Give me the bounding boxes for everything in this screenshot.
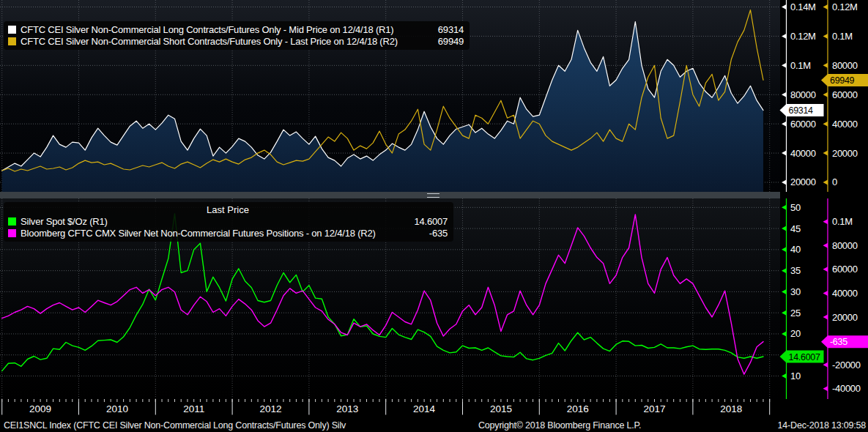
svg-text:0.14M: 0.14M xyxy=(790,1,816,12)
bottom-r1-value-badge: 14.6007 xyxy=(780,351,824,363)
svg-text:0.1M: 0.1M xyxy=(832,216,853,227)
svg-text:0.12M: 0.12M xyxy=(790,31,816,42)
svg-text:60000: 60000 xyxy=(790,119,816,130)
year-label: 2012 xyxy=(259,403,281,414)
legend-row-short-contracts[interactable]: CFTC CEI Silver Non-Commercial Short Con… xyxy=(8,35,464,47)
splitter-handle-icon[interactable] xyxy=(427,193,439,198)
year-label: 2016 xyxy=(567,403,589,414)
legend-header: Last Price xyxy=(8,204,448,215)
footer-timestamp: 14-Dec-2018 13:09:58 xyxy=(778,420,866,431)
svg-text:40000: 40000 xyxy=(832,119,858,130)
svg-text:80000: 80000 xyxy=(832,60,858,71)
svg-text:40000: 40000 xyxy=(790,148,816,159)
green-series-swatch-icon xyxy=(8,217,16,226)
legend-label: Silver Spot $/Oz (R1) xyxy=(21,216,402,227)
bloomberg-chart-window: 0.14M0.12M0.1M80000600004000020000693140… xyxy=(0,0,868,432)
bottom-legend: Last Price Silver Spot $/Oz (R1) 14.6007… xyxy=(4,202,453,242)
year-label: 2011 xyxy=(183,403,204,414)
svg-text:60000: 60000 xyxy=(832,89,858,100)
magenta-series-swatch-icon xyxy=(8,229,16,237)
svg-text:0: 0 xyxy=(832,176,837,187)
svg-text:30: 30 xyxy=(790,286,801,297)
top-r2-value-badge: 69949 xyxy=(821,74,868,86)
bottom-axis-r1: 5045403530252010 xyxy=(782,198,801,399)
svg-text:69949: 69949 xyxy=(830,75,855,86)
legend-value: 69949 xyxy=(418,36,464,47)
svg-text:0.12M: 0.12M xyxy=(832,1,858,12)
year-label: 2015 xyxy=(490,403,512,414)
year-label: 2013 xyxy=(336,403,358,414)
year-label: 2010 xyxy=(106,403,128,414)
svg-text:10: 10 xyxy=(790,370,801,381)
yellow-series-swatch-icon xyxy=(8,37,16,45)
legend-label: CFTC CEI Silver Non-Commercial Long Cont… xyxy=(21,24,418,35)
year-label: 2009 xyxy=(29,403,51,414)
legend-row-net-positions[interactable]: Bloomberg CFTC CMX Silver Net Non-Commer… xyxy=(8,227,448,239)
svg-text:40000: 40000 xyxy=(832,288,858,299)
svg-text:-635: -635 xyxy=(830,337,847,347)
legend-row-silver-spot[interactable]: Silver Spot $/Oz (R1) 14.6007 xyxy=(8,215,448,227)
bottom-axis-r2: 0.1M80000600004000020000-20000-40000 xyxy=(823,198,861,399)
year-label: 2017 xyxy=(643,403,665,414)
panel-splitter[interactable] xyxy=(0,192,780,198)
legend-row-long-contracts[interactable]: CFTC CEI Silver Non-Commercial Long Cont… xyxy=(8,23,464,35)
svg-text:-20000: -20000 xyxy=(832,360,861,370)
svg-text:0.1M: 0.1M xyxy=(832,31,853,42)
svg-text:80000: 80000 xyxy=(790,89,816,100)
year-label: 2014 xyxy=(413,403,436,414)
footer-bar: CEI1SNCL Index (CFTC CEI Silver Non-Comm… xyxy=(0,420,868,432)
svg-text:-40000: -40000 xyxy=(832,383,861,394)
top-axis-r2: 0.12M0.1M800006000040000200000 xyxy=(823,0,858,192)
svg-text:0.1M: 0.1M xyxy=(790,60,811,71)
svg-text:50: 50 xyxy=(790,202,801,213)
footer-ticker-text: CEI1SNCL Index (CFTC CEI Silver Non-Comm… xyxy=(4,420,346,431)
x-axis: 2009201020112012201320142015201620172018 xyxy=(2,399,770,415)
year-label: 2018 xyxy=(720,403,742,414)
white-series-swatch-icon xyxy=(8,26,16,34)
legend-label: Bloomberg CFTC CMX Silver Net Non-Commer… xyxy=(21,228,402,239)
legend-value: 14.6007 xyxy=(402,216,448,227)
top-r1-value-badge: 69314 xyxy=(780,104,824,116)
svg-text:40: 40 xyxy=(790,244,801,255)
svg-text:80000: 80000 xyxy=(832,240,858,251)
legend-label: CFTC CEI Silver Non-Commercial Short Con… xyxy=(21,36,418,47)
svg-text:20000: 20000 xyxy=(832,148,858,159)
svg-text:14.6007: 14.6007 xyxy=(789,352,820,362)
bottom-r2-value-badge: -635 xyxy=(821,335,868,348)
svg-text:35: 35 xyxy=(790,265,801,276)
svg-text:60000: 60000 xyxy=(832,264,858,275)
svg-text:20000: 20000 xyxy=(790,176,816,187)
svg-text:25: 25 xyxy=(790,308,801,319)
svg-text:20000: 20000 xyxy=(832,312,858,323)
svg-text:20: 20 xyxy=(790,328,801,339)
top-legend: CFTC CEI Silver Non-Commercial Long Cont… xyxy=(4,21,470,50)
top-axis-r1: 0.14M0.12M0.1M80000600004000020000 xyxy=(782,0,816,192)
svg-text:45: 45 xyxy=(790,223,801,234)
legend-value: -635 xyxy=(402,228,448,239)
footer-copyright: Copyright© 2018 Bloomberg Finance L.P. xyxy=(478,420,641,431)
legend-value: 69314 xyxy=(418,24,464,35)
svg-text:69314: 69314 xyxy=(789,105,814,116)
